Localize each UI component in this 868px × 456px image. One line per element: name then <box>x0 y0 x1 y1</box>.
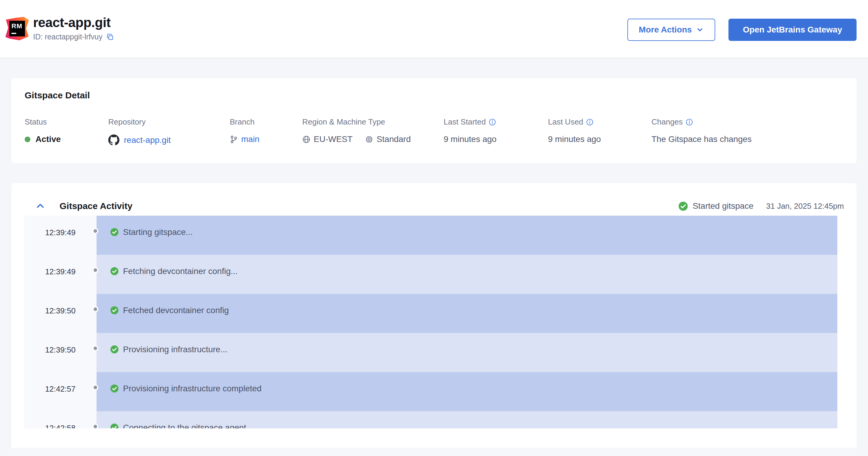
log-row: 12:42:58 Connecting to the gitspace agen… <box>24 411 837 428</box>
status-field: Status Active <box>25 117 108 146</box>
gitspace-activity-card: Gitspace Activity Started gitspace 31 Ja… <box>11 183 857 448</box>
region-machine-label: Region & Machine Type <box>302 117 444 127</box>
info-icon[interactable] <box>586 119 593 126</box>
last-started-label: Last Started <box>444 117 486 127</box>
changes-field: Changes The Gitspace has changes <box>651 117 843 146</box>
info-icon[interactable] <box>489 119 496 126</box>
log-row: 12:39:50 Fetched devcontainer config <box>24 294 837 333</box>
log-timestamp: 12:39:50 <box>24 294 97 333</box>
repository-link[interactable]: react-app.git <box>124 135 171 145</box>
branch-link[interactable]: main <box>241 134 259 144</box>
gitspace-detail-card: Gitspace Detail Status Active Repository… <box>11 78 857 163</box>
log-message: Connecting to the gitspace agent... <box>123 423 253 428</box>
timeline-dot-icon <box>92 306 98 312</box>
success-check-icon <box>110 228 119 238</box>
log-timestamp: 12:42:57 <box>24 372 97 411</box>
repository-label: Repository <box>108 117 230 127</box>
status-value: Active <box>35 134 61 144</box>
timeline-dot-icon <box>92 385 98 390</box>
collapse-chevron-up-icon[interactable] <box>35 201 45 211</box>
page-header: RM react-app.git ID: reactappgit-lrfvuy … <box>0 0 868 58</box>
log-row: 12:39:49 Starting gitspace... <box>24 216 837 255</box>
status-active-dot-icon <box>25 136 30 142</box>
last-used-value: 9 minutes ago <box>548 134 601 144</box>
log-message: Provisioning infrastructure completed <box>123 384 262 393</box>
last-started-field: Last Started 9 minutes ago <box>444 117 548 146</box>
git-branch-icon <box>230 135 238 144</box>
log-timestamp: 12:39:49 <box>24 216 97 255</box>
repository-field: Repository react-app.git <box>108 117 230 146</box>
changes-label: Changes <box>651 117 683 127</box>
timeline-dot-icon <box>92 267 98 273</box>
log-timestamp: 12:42:58 <box>24 411 97 428</box>
page-title: react-app.git <box>33 15 114 30</box>
info-icon[interactable] <box>686 119 693 126</box>
timeline-dot-icon <box>92 228 98 234</box>
open-jetbrains-gateway-button[interactable]: Open JetBrains Gateway <box>728 19 857 41</box>
detail-card-heading: Gitspace Detail <box>25 90 843 100</box>
log-message: Fetched devcontainer config <box>123 306 229 315</box>
timeline-dot-icon <box>92 345 98 351</box>
success-check-icon <box>110 384 119 394</box>
success-check-icon <box>678 201 688 211</box>
log-row: 12:39:50 Provisioning infrastructure... <box>24 333 837 372</box>
success-check-icon <box>110 423 119 428</box>
log-row: 12:39:49 Fetching devcontainer config... <box>24 255 837 294</box>
activity-heading: Gitspace Activity <box>60 201 132 211</box>
activity-log[interactable]: 12:39:49 Starting gitspace... 12:39:49 F… <box>24 216 837 428</box>
last-used-field: Last Used 9 minutes ago <box>548 117 651 146</box>
success-check-icon <box>110 267 119 277</box>
log-timestamp: 12:39:49 <box>24 255 97 294</box>
log-message: Provisioning infrastructure... <box>123 345 227 354</box>
globe-icon <box>302 135 310 144</box>
changes-value: The Gitspace has changes <box>651 134 752 144</box>
copy-icon[interactable] <box>106 33 114 41</box>
status-label: Status <box>25 117 108 127</box>
machine-type-value: Standard <box>377 134 411 144</box>
activity-status-time: 31 Jan, 2025 12:45pm <box>766 202 844 211</box>
log-timestamp: 12:39:50 <box>24 333 97 372</box>
success-check-icon <box>110 306 119 316</box>
github-icon <box>108 134 119 146</box>
branch-label: Branch <box>230 117 302 127</box>
gitspace-id: ID: reactappgit-lrfvuy <box>33 32 102 41</box>
region-value: EU-WEST <box>314 134 352 144</box>
log-message: Starting gitspace... <box>123 227 193 237</box>
timeline-dot-icon <box>92 424 98 428</box>
rubymine-logo-text: RM <box>11 23 22 30</box>
log-row: 12:42:57 Provisioning infrastructure com… <box>24 372 837 411</box>
last-started-value: 9 minutes ago <box>444 134 497 144</box>
log-message: Fetching devcontainer config... <box>123 267 238 276</box>
chevron-down-icon <box>696 26 704 34</box>
open-gateway-label: Open JetBrains Gateway <box>743 25 842 35</box>
more-actions-label: More Actions <box>639 25 692 35</box>
success-check-icon <box>110 345 119 355</box>
last-used-label: Last Used <box>548 117 583 127</box>
branch-field: Branch main <box>230 117 302 146</box>
region-machine-field: Region & Machine Type EU-WEST <box>302 117 444 146</box>
cpu-chip-icon <box>365 135 373 144</box>
more-actions-button[interactable]: More Actions <box>627 19 715 41</box>
activity-status-label: Started gitspace <box>693 201 753 211</box>
rubymine-logo-icon: RM <box>5 17 29 40</box>
